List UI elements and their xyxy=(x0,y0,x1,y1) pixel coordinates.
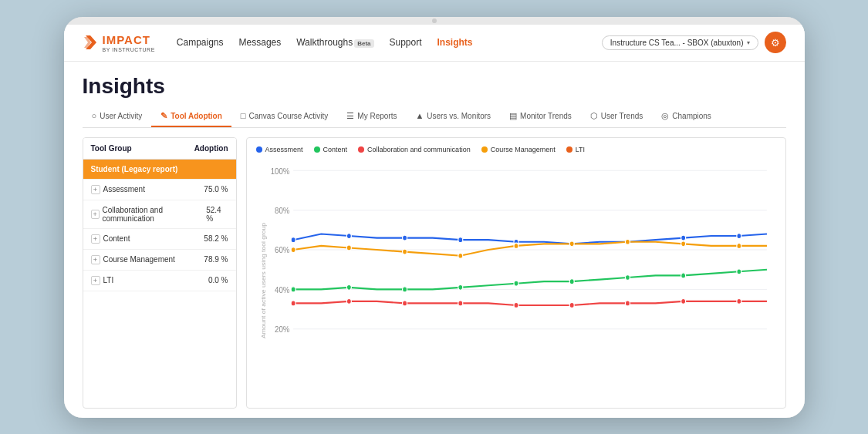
logo-area: IMPACT BY INSTRUCTURE xyxy=(83,33,155,52)
account-selector[interactable]: Instructure CS Tea... - SBOX (abuxton) ▾ xyxy=(602,35,758,50)
svg-point-32 xyxy=(346,298,351,304)
main-area: Tool Group Adoption Student (Legacy repo… xyxy=(83,137,786,409)
my-reports-icon: ☰ xyxy=(346,111,354,121)
legend-lti: LTI xyxy=(566,146,585,153)
svg-point-48 xyxy=(736,243,741,248)
svg-point-26 xyxy=(513,281,518,286)
svg-point-46 xyxy=(625,239,630,244)
logo-name: IMPACT xyxy=(103,33,150,46)
nav-campaigns[interactable]: Campaigns xyxy=(177,37,224,48)
svg-point-42 xyxy=(402,249,407,254)
row-adoption: 52.4 % xyxy=(206,206,228,223)
table-row[interactable]: Student (Legacy report) xyxy=(83,160,236,180)
lti-dot xyxy=(566,146,572,153)
user-trends-icon: ⬡ xyxy=(590,111,598,121)
svg-point-21 xyxy=(736,233,741,238)
svg-text:Amount of active users using t: Amount of active users using tool group xyxy=(260,222,266,338)
content-label: Content xyxy=(323,146,348,153)
svg-point-34 xyxy=(458,300,462,305)
gear-icon: ⚙ xyxy=(771,37,780,49)
table-row[interactable]: + Content 58.2 % xyxy=(83,229,236,250)
svg-point-24 xyxy=(402,286,407,291)
svg-point-25 xyxy=(458,284,462,290)
svg-point-20 xyxy=(681,235,685,241)
row-adoption: 78.9 % xyxy=(204,255,228,264)
expand-icon[interactable]: + xyxy=(91,255,100,264)
collaboration-label: Collaboration and communication xyxy=(367,146,471,153)
svg-point-13 xyxy=(291,237,296,242)
col-tool-group: Tool Group xyxy=(91,144,132,153)
nav-right: Instructure CS Tea... - SBOX (abuxton) ▾… xyxy=(602,32,786,53)
svg-point-40 xyxy=(291,247,296,252)
nav-support[interactable]: Support xyxy=(390,37,422,48)
table-row[interactable]: + Assessment 75.0 % xyxy=(83,180,236,200)
svg-point-45 xyxy=(569,241,574,246)
nav-walkthroughs[interactable]: WalkthroughsBeta xyxy=(296,37,373,48)
nav-messages[interactable]: Messages xyxy=(239,37,282,48)
users-vs-monitors-icon: ▲ xyxy=(415,111,424,120)
row-name: Student (Legacy report) xyxy=(91,165,178,173)
row-adoption: 58.2 % xyxy=(204,234,228,243)
svg-point-35 xyxy=(513,302,518,308)
tab-champions[interactable]: ◎ Champions xyxy=(652,106,721,127)
row-name: + Course Management xyxy=(91,255,175,264)
expand-icon[interactable]: + xyxy=(91,210,100,219)
lti-label: LTI xyxy=(576,146,585,153)
tab-canvas-course[interactable]: □ Canvas Course Activity xyxy=(231,106,337,127)
svg-point-29 xyxy=(681,272,685,278)
svg-point-27 xyxy=(569,278,574,284)
expand-icon[interactable]: + xyxy=(91,276,100,285)
svg-point-39 xyxy=(736,298,741,304)
row-name: + Content xyxy=(91,234,130,244)
canvas-course-icon: □ xyxy=(241,111,246,120)
tool-group-table: Tool Group Adoption Student (Legacy repo… xyxy=(83,137,237,409)
svg-point-28 xyxy=(625,274,630,280)
tab-user-activity[interactable]: ○ User Activity xyxy=(83,106,152,127)
expand-icon[interactable]: + xyxy=(91,234,100,244)
svg-point-23 xyxy=(346,284,351,290)
svg-point-33 xyxy=(402,300,407,305)
champions-icon: ◎ xyxy=(661,111,669,121)
nav-insights[interactable]: Insights xyxy=(437,37,473,48)
chart-legend: Assessment Content Collaboration and com… xyxy=(256,146,776,153)
svg-text:80%: 80% xyxy=(275,205,289,215)
table-row[interactable]: + Collaboration and communication 52.4 % xyxy=(83,200,236,229)
notch-dot xyxy=(432,19,437,23)
beta-badge: Beta xyxy=(354,39,373,48)
legend-content: Content xyxy=(314,146,348,153)
tab-user-trends[interactable]: ⬡ User Trends xyxy=(581,106,652,127)
tab-users-vs-monitors[interactable]: ▲ Users vs. Monitors xyxy=(406,106,500,127)
chart-svg-area: 20%40%60%80%100%Amount of active users u… xyxy=(256,160,776,402)
tab-my-reports[interactable]: ☰ My Reports xyxy=(337,106,406,127)
row-name: + Collaboration and communication xyxy=(91,206,207,223)
svg-point-41 xyxy=(346,244,351,250)
row-name: + LTI xyxy=(91,276,114,285)
svg-point-31 xyxy=(291,300,296,305)
chevron-down-icon: ▾ xyxy=(747,39,750,46)
col-adoption: Adoption xyxy=(194,144,228,153)
page-content: Insights ○ User Activity ✎ Tool Adoption… xyxy=(64,62,805,418)
monitor-trends-icon: ▤ xyxy=(509,111,517,121)
svg-text:40%: 40% xyxy=(275,284,289,294)
content-dot xyxy=(314,146,320,153)
legend-collaboration: Collaboration and communication xyxy=(358,146,471,153)
device-frame: IMPACT BY INSTRUCTURE Campaigns Messages… xyxy=(64,17,805,418)
row-name: + Assessment xyxy=(91,185,145,194)
assessment-label: Assessment xyxy=(265,146,303,153)
row-adoption: 0.0 % xyxy=(208,276,228,284)
svg-point-15 xyxy=(402,235,407,241)
logo-text-block: IMPACT BY INSTRUCTURE xyxy=(103,33,155,52)
expand-icon[interactable]: + xyxy=(91,185,100,194)
settings-button[interactable]: ⚙ xyxy=(765,32,786,53)
table-header: Tool Group Adoption xyxy=(83,138,236,160)
svg-point-36 xyxy=(569,302,574,308)
table-row[interactable]: + Course Management 78.9 % xyxy=(83,250,236,271)
assessment-dot xyxy=(256,146,262,153)
tool-adoption-icon: ✎ xyxy=(160,111,167,121)
user-activity-icon: ○ xyxy=(92,111,97,120)
tab-monitor-trends[interactable]: ▤ Monitor Trends xyxy=(500,106,581,127)
tab-tool-adoption[interactable]: ✎ Tool Adoption xyxy=(151,106,231,127)
app-container: IMPACT BY INSTRUCTURE Campaigns Messages… xyxy=(64,25,805,418)
svg-point-43 xyxy=(458,253,462,258)
table-row[interactable]: + LTI 0.0 % xyxy=(83,271,236,291)
